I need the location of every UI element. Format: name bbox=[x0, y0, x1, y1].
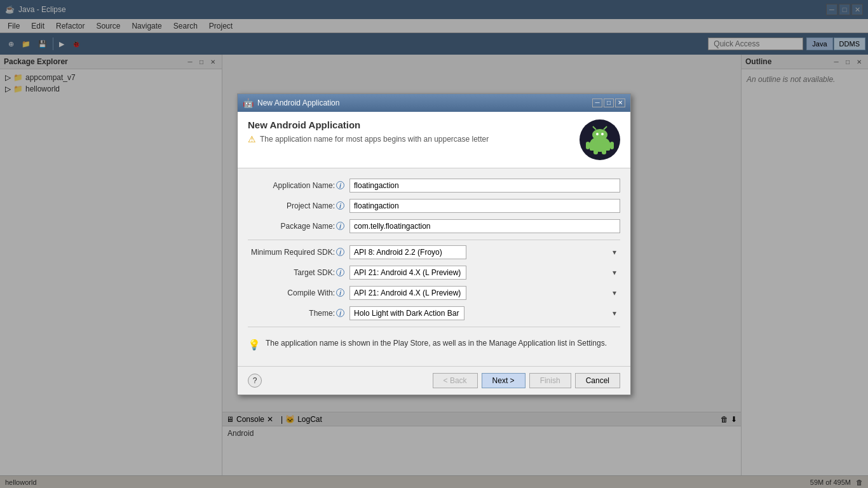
svg-point-2 bbox=[594, 140, 598, 144]
project-name-info-icon[interactable]: i bbox=[336, 201, 344, 210]
form-group-min-sdk: Minimum Required SDK: i API 8: Android 2… bbox=[248, 245, 620, 259]
theme-select[interactable]: Holo Light with Dark Action BarHolo Dark… bbox=[349, 306, 465, 320]
theme-label-text: Theme: bbox=[309, 309, 335, 318]
package-name-label: Package Name: i bbox=[248, 222, 349, 231]
form-group-package-name: Package Name: i bbox=[248, 219, 620, 233]
dialog-warning: ⚠ The application name for most apps beg… bbox=[248, 134, 580, 144]
compile-with-select[interactable]: API 21: Android 4.X (L Preview) bbox=[349, 286, 466, 300]
svg-point-6 bbox=[601, 133, 604, 135]
back-button[interactable]: < Back bbox=[433, 373, 478, 388]
theme-info-icon[interactable]: i bbox=[336, 309, 344, 317]
project-name-label: Project Name: i bbox=[248, 201, 349, 210]
dialog-main-title: New Android Application bbox=[248, 119, 580, 130]
min-sdk-select[interactable]: API 8: Android 2.2 (Froyo)API 15: Androi… bbox=[349, 245, 466, 259]
dialog-close-button[interactable]: ✕ bbox=[615, 98, 625, 107]
target-sdk-label-text: Target SDK: bbox=[294, 268, 335, 277]
min-sdk-select-wrapper: API 8: Android 2.2 (Froyo)API 15: Androi… bbox=[349, 245, 620, 259]
warning-icon: ⚠ bbox=[248, 134, 256, 144]
android-logo-svg bbox=[584, 124, 616, 156]
separator-1 bbox=[248, 240, 620, 240]
theme-label: Theme: i bbox=[248, 309, 349, 318]
target-sdk-select-wrapper: API 15: Android 4.0.3API 21: Android 4.X… bbox=[349, 266, 620, 280]
dialog-title-left: 🤖 New Android Application bbox=[243, 98, 339, 108]
help-button[interactable]: ? bbox=[248, 374, 262, 388]
svg-rect-9 bbox=[586, 142, 590, 149]
dialog-footer-left: ? bbox=[248, 374, 262, 388]
dialog-minimize-button[interactable]: ─ bbox=[592, 98, 602, 107]
compile-with-info-icon[interactable]: i bbox=[336, 288, 344, 297]
eclipse-window: ☕ Java - Eclipse ─ □ ✕ File Edit Refacto… bbox=[0, 0, 868, 488]
dialog-body: Application Name: i Project Name: i bbox=[238, 168, 630, 366]
app-name-input[interactable] bbox=[349, 179, 620, 193]
compile-with-select-wrapper: API 21: Android 4.X (L Preview) bbox=[349, 286, 620, 300]
form-group-project-name: Project Name: i bbox=[248, 199, 620, 213]
svg-point-5 bbox=[596, 133, 599, 135]
min-sdk-info-icon[interactable]: i bbox=[336, 248, 344, 256]
svg-point-3 bbox=[602, 140, 606, 144]
target-sdk-info-icon[interactable]: i bbox=[336, 268, 344, 276]
svg-line-8 bbox=[604, 126, 607, 130]
dialog-header-content: New Android Application ⚠ The applicatio… bbox=[248, 119, 580, 144]
form-group-theme: Theme: i Holo Light with Dark Action Bar… bbox=[248, 306, 620, 320]
app-name-label-text: Application Name: bbox=[273, 181, 335, 190]
target-sdk-label: Target SDK: i bbox=[248, 268, 349, 277]
svg-rect-1 bbox=[590, 142, 610, 151]
dialog-warning-text: The application name for most apps begin… bbox=[260, 135, 489, 144]
app-name-label: Application Name: i bbox=[248, 181, 349, 190]
form-group-target-sdk: Target SDK: i API 15: Android 4.0.3API 2… bbox=[248, 266, 620, 280]
dialog-titlebar: 🤖 New Android Application ─ □ ✕ bbox=[238, 94, 630, 112]
package-name-info-icon[interactable]: i bbox=[336, 222, 344, 230]
dialog-controls: ─ □ ✕ bbox=[592, 98, 625, 107]
next-button[interactable]: Next > bbox=[482, 373, 526, 388]
target-sdk-select[interactable]: API 15: Android 4.0.3API 21: Android 4.X… bbox=[349, 266, 466, 280]
dialog-footer: ? < Back Next > Finish Cancel bbox=[238, 366, 630, 395]
svg-point-4 bbox=[592, 129, 607, 140]
compile-with-label-text: Compile With: bbox=[287, 288, 335, 297]
dialog-footer-right: < Back Next > Finish Cancel bbox=[433, 373, 620, 388]
svg-rect-10 bbox=[610, 142, 614, 149]
form-group-app-name: Application Name: i bbox=[248, 179, 620, 193]
dialog-android-icon: 🤖 bbox=[243, 98, 254, 108]
theme-select-wrapper: Holo Light with Dark Action BarHolo Dark… bbox=[349, 306, 620, 320]
svg-rect-12 bbox=[602, 149, 606, 154]
package-name-input[interactable] bbox=[349, 219, 620, 233]
min-sdk-label-text: Minimum Required SDK: bbox=[251, 248, 335, 257]
compile-with-label: Compile With: i bbox=[248, 288, 349, 297]
info-text: The application name is shown in the Pla… bbox=[266, 337, 607, 349]
android-logo bbox=[580, 119, 620, 160]
svg-rect-11 bbox=[593, 149, 598, 154]
dialog-title: New Android Application bbox=[257, 98, 339, 107]
app-name-info-icon[interactable]: i bbox=[336, 181, 344, 189]
dialog-info-section: 💡 The application name is shown in the P… bbox=[248, 332, 620, 356]
dialog-maximize-button[interactable]: □ bbox=[604, 98, 614, 107]
new-android-application-dialog: 🤖 New Android Application ─ □ ✕ New Andr… bbox=[237, 93, 631, 395]
finish-button[interactable]: Finish bbox=[529, 373, 571, 388]
cancel-button[interactable]: Cancel bbox=[575, 373, 620, 388]
project-name-label-text: Project Name: bbox=[287, 201, 335, 210]
dialog-overlay: 🤖 New Android Application ─ □ ✕ New Andr… bbox=[0, 0, 868, 488]
project-name-input[interactable] bbox=[349, 199, 620, 213]
min-sdk-label: Minimum Required SDK: i bbox=[248, 248, 349, 257]
package-name-label-text: Package Name: bbox=[281, 222, 335, 231]
bulb-icon: 💡 bbox=[248, 339, 261, 351]
svg-line-7 bbox=[593, 126, 596, 130]
separator-2 bbox=[248, 327, 620, 327]
form-group-compile-with: Compile With: i API 21: Android 4.X (L P… bbox=[248, 286, 620, 300]
dialog-header: New Android Application ⚠ The applicatio… bbox=[238, 112, 630, 168]
